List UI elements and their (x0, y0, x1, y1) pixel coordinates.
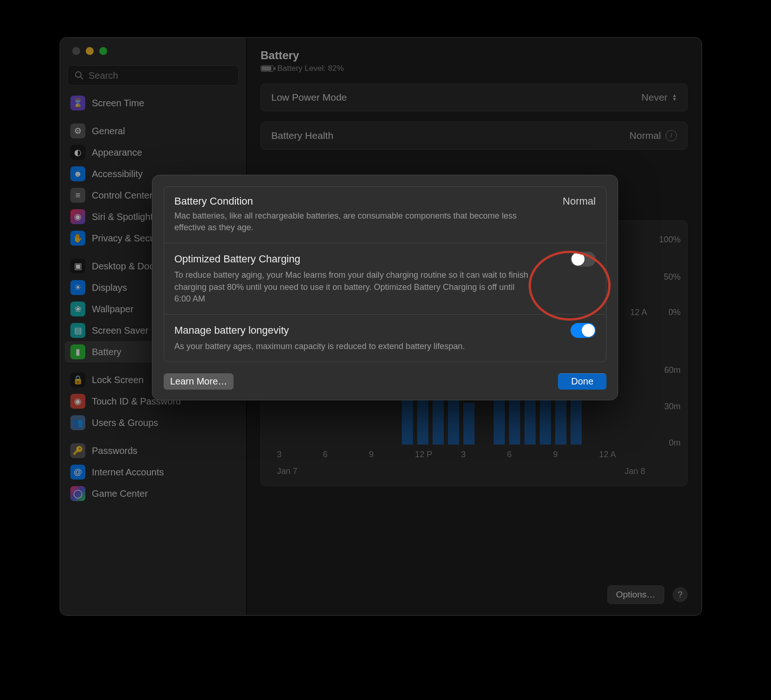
gear-icon: ⚙ (70, 124, 85, 138)
row-label: Low Power Mode (271, 92, 347, 103)
sidebar-item-label: Internet Accounts (92, 467, 164, 478)
page-title: Battery (261, 49, 688, 62)
x-tick: 6 (323, 450, 369, 460)
section-title: Optimized Battery Charging (174, 253, 300, 265)
x-tick: 3 (461, 450, 507, 460)
sidebar-item-label: Control Center (92, 190, 152, 201)
sidebar-item-label: Siri & Spotlight (92, 212, 153, 222)
info-icon[interactable]: i (666, 130, 677, 141)
battery-icon: ▮ (70, 344, 85, 359)
manage-longevity-toggle[interactable] (571, 323, 596, 338)
close-window-button[interactable] (72, 47, 80, 55)
x-tick: 3 (277, 450, 323, 460)
flower-icon: ❀ (70, 302, 85, 316)
y-tick: 100% (659, 235, 681, 245)
chart-bar (402, 393, 413, 445)
search-icon (75, 71, 84, 80)
svg-line-1 (81, 77, 83, 79)
help-button[interactable]: ? (673, 587, 688, 602)
battery-level-row: Battery Level: 82% (261, 64, 688, 73)
siri-icon: ◉ (70, 209, 85, 224)
low-power-mode-row[interactable]: Low Power Mode Never ▲▼ (261, 83, 688, 111)
hourglass-icon: ⌛ (70, 96, 85, 110)
sidebar-item-label: Users & Groups (92, 418, 158, 428)
battery-level-label: Battery Level: 82% (277, 64, 344, 73)
sidebar-item-label: Wallpaper (92, 304, 133, 315)
battery-condition-section: Battery Condition Normal Mac batteries, … (164, 187, 606, 243)
y-tick: 30m (664, 402, 681, 412)
window-controls (60, 47, 246, 65)
y-tick: 0% (668, 308, 681, 317)
learn-more-button[interactable]: Learn More… (164, 373, 234, 390)
content-footer: Options… ? (607, 585, 688, 604)
section-title: Battery Condition (174, 195, 253, 207)
lock-icon: 🔒 (70, 372, 85, 387)
screensaver-icon: ▤ (70, 323, 85, 338)
bar-slot (569, 393, 584, 445)
row-label: Battery Health (271, 130, 333, 141)
done-button[interactable]: Done (558, 373, 606, 390)
row-value: Normal (629, 130, 661, 141)
game-icon: ◯ (70, 486, 85, 501)
battery-health-row[interactable]: Battery Health Normal i (261, 122, 688, 150)
sidebar-item-screen-time[interactable]: ⌛ Screen Time (65, 92, 241, 114)
search-input[interactable]: Search (68, 65, 239, 86)
appearance-icon: ◐ (70, 145, 85, 160)
chart-bar (463, 403, 475, 445)
sidebar-item-internet-accounts[interactable]: @Internet Accounts (65, 461, 241, 483)
sidebar-item-label: Passwords (92, 446, 138, 456)
sidebar-item-label: Lock Screen (92, 375, 144, 385)
sidebar-item-label: Battery (92, 347, 121, 357)
sidebar-item-label: Game Center (92, 488, 148, 499)
x-tick-extra: 12 A (630, 308, 647, 317)
y-tick: 50% (664, 272, 681, 282)
sliders-icon: ≡ (70, 188, 85, 203)
section-desc: To reduce battery aging, your Mac learns… (174, 269, 529, 305)
sidebar-item-label: Appearance (92, 147, 142, 158)
x-tick: 12 P (415, 450, 461, 460)
row-value: Never (641, 92, 668, 103)
search-placeholder: Search (89, 70, 118, 81)
sidebar-item-label: Screen Time (92, 98, 144, 109)
date-right: Jan 8 (625, 467, 645, 476)
sidebar-item-label: Displays (92, 282, 127, 293)
at-icon: @ (70, 465, 85, 480)
x-tick: 9 (369, 450, 415, 460)
users-icon: 👥 (70, 415, 85, 430)
battery-level-icon (261, 65, 274, 72)
manage-longevity-section: Manage battery longevity As your battery… (164, 314, 606, 362)
sidebar-item-label: Desktop & Dock (92, 261, 158, 272)
chart-bar (571, 393, 582, 445)
options-button[interactable]: Options… (607, 585, 664, 604)
section-desc: Mac batteries, like all rechargeable bat… (174, 210, 529, 233)
optimized-charging-toggle[interactable] (571, 252, 596, 267)
sidebar-item-label: General (92, 126, 125, 137)
dock-icon: ▣ (70, 259, 85, 274)
sidebar-item-label: Accessibility (92, 169, 143, 179)
hand-icon: ✋ (70, 231, 85, 246)
y-tick: 0m (669, 438, 681, 448)
sidebar-item-appearance[interactable]: ◐Appearance (65, 142, 241, 163)
y-tick: 60m (664, 365, 681, 375)
bar-slot (399, 393, 415, 445)
zoom-window-button[interactable] (99, 47, 107, 55)
section-desc: As your battery ages, maximum capacity i… (174, 341, 529, 352)
date-left: Jan 7 (277, 467, 297, 476)
sidebar-item-label: Screen Saver (92, 325, 148, 336)
chart-bar (524, 393, 536, 445)
sun-icon: ☀ (70, 280, 85, 295)
minimize-window-button[interactable] (86, 47, 94, 55)
fingerprint-icon: ◉ (70, 394, 85, 409)
battery-health-sheet: Battery Condition Normal Mac batteries, … (152, 175, 618, 400)
sidebar-item-game-center[interactable]: ◯Game Center (65, 483, 241, 504)
sidebar-item-passwords[interactable]: 🔑Passwords (65, 440, 241, 461)
bar-slot (523, 393, 538, 445)
x-tick: 12 A (599, 450, 645, 460)
section-status: Normal (563, 195, 596, 207)
accessibility-icon: ☻ (70, 166, 85, 181)
sidebar-item-users-groups[interactable]: 👥Users & Groups (65, 412, 241, 433)
chevron-up-down-icon: ▲▼ (672, 94, 677, 101)
bar-slot (461, 403, 476, 445)
sidebar-item-general[interactable]: ⚙General (65, 120, 241, 142)
optimized-charging-section: Optimized Battery Charging To reduce bat… (164, 243, 606, 314)
